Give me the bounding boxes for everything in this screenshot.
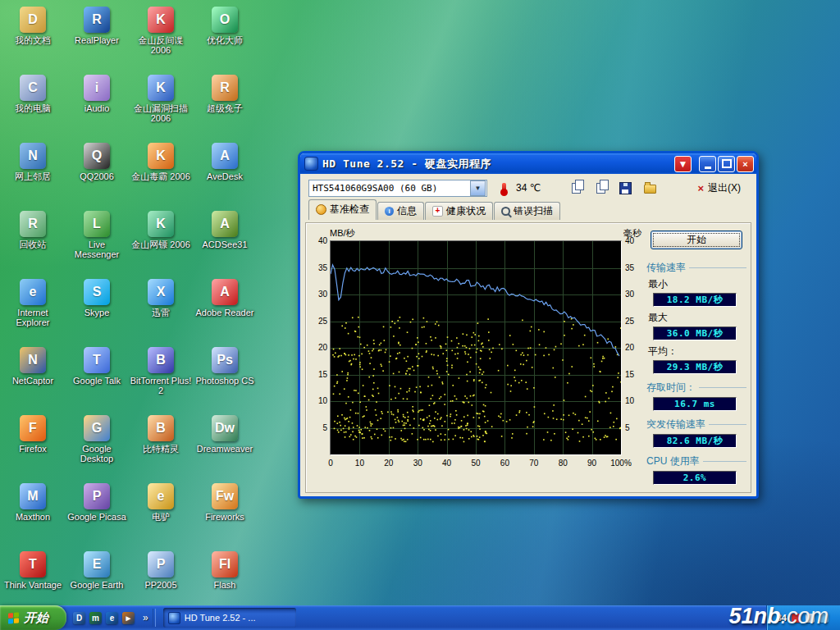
quick-launch-expand-chevron[interactable]: » [141,612,150,623]
desktop-icon-my-computer[interactable]: C我的电脑 [2,75,64,113]
y-tick-r-15: 15 [625,370,642,379]
burst-rate-header: 突发传输速率 [646,418,746,431]
desktop-icon-kingsoft-vulnscan-2006[interactable]: K金山漏洞扫描 2006 [130,75,192,123]
desktop-icon-bitspirit[interactable]: B比特精灵 [130,415,192,454]
desktop-icon-acdsee31[interactable]: AACDSee31 [194,211,256,249]
desktop-icon-iaudio[interactable]: iiAudio [66,75,128,113]
desktop-icon-my-documents[interactable]: D我的文档 [2,7,64,45]
max-label: 最大 [648,311,746,325]
avg-value: 29.3 MB/秒 [653,360,737,374]
desktop-icon-label: 回收站 [20,240,47,249]
desktop-icon-skype[interactable]: SSkype [66,279,128,317]
desktop-icon-google-desktop[interactable]: GGoogle Desktop [66,415,128,463]
taskbar-button-hdtune[interactable]: HD Tune 2.52 - ... [163,608,296,628]
firefox-icon: F [20,415,46,441]
quicklaunch-messenger-icon[interactable]: m [89,612,102,624]
x-tick-0: 0 [328,459,333,468]
exit-button[interactable]: × 退出(X) [690,179,748,198]
tray-kingsoft-antivirus-icon[interactable] [792,614,801,623]
quicklaunch-internet-explorer-icon[interactable]: e [106,612,118,624]
desktop-icon-live-messenger[interactable]: LLive Messenger [66,211,128,259]
save-screenshot-button[interactable] [616,180,634,196]
open-folder-button[interactable] [641,180,659,196]
y-axis-left-label: MB/秒 [330,227,355,240]
desktop-icon-label: 我的电脑 [15,103,51,113]
tab-health[interactable]: +健康状况 [425,202,493,220]
desktop-icon-network-places[interactable]: N网上邻居 [2,143,64,181]
desktop-icon-qq2006[interactable]: QQQ2006 [66,143,128,181]
desktop-icon-label: Adobe Reader [196,308,254,317]
capture-arrow-button[interactable]: ▼ [674,156,692,172]
desktop-icon-bittorrent-plus-2[interactable]: BBitTorrent Plus! 2 [130,347,192,395]
desktop-icon-label: 迅雷 [152,308,170,317]
x-tick-100%: 100% [610,459,632,468]
desktop-icon-maxthon[interactable]: MMaxthon [2,483,64,522]
y-tick-r-35: 35 [625,263,642,272]
quicklaunch-show-desktop-icon[interactable]: D [73,612,85,624]
quicklaunch-media-player-icon[interactable]: ► [122,612,135,624]
tab-label: 错误扫描 [514,204,553,218]
desktop-icon-flash[interactable]: FlFlash [194,551,256,590]
dreamweaver-icon: Dw [212,415,238,441]
desktop-icon-kingsoft-netshield-2006[interactable]: K金山网镖 2006 [130,211,192,249]
y-tick-r-20: 20 [625,343,642,352]
bittorrent-plus-2-icon: B [148,347,174,373]
copy-text-button[interactable] [567,180,585,196]
drive-select-value: HTS541060G9SA00 (60 GB) [309,183,469,194]
desktop-icon-think-vantage[interactable]: TThink Vantage [2,551,64,590]
temperature-value: 34 ℃ [516,182,541,194]
desktop-icon-dreamweaver[interactable]: DwDreamweaver [194,415,256,454]
tray-network-icon[interactable] [819,614,829,623]
y-tick-l-15: 15 [310,370,327,379]
desktop-icon-realplayer[interactable]: RRealPlayer [66,7,128,45]
desktop-icon-kingsoft-antispy-2006[interactable]: K金山反间谍 2006 [130,7,192,55]
desktop-icon-kingsoft-duba-2006[interactable]: K金山毒霸 2006 [130,143,192,181]
start-button[interactable]: 开始 [0,605,66,630]
copy-text-icon [572,183,581,194]
desktop-icon-youhua-dashi[interactable]: O优化大师 [194,7,256,45]
desktop-icon-pp2005[interactable]: PPP2005 [130,551,192,590]
desktop-icon-label: 我的文档 [15,35,51,45]
desktop-icon-label: Google Picasa [67,512,126,522]
taskbar-separator [153,609,156,627]
desktop-icon-label: 电驴 [152,512,170,522]
tab-label: 基准检查 [330,203,369,217]
desktop-icon-xunlei[interactable]: X迅雷 [130,279,192,317]
start-benchmark-button[interactable]: 开始 [651,231,742,249]
desktop-icon-fireworks[interactable]: FwFireworks [194,483,256,522]
desktop-icon-adobe-reader[interactable]: AAdobe Reader [194,279,256,317]
desktop-icon-label: Dreamweaver [197,444,253,454]
desktop-icon-label: 金山反间谍 2006 [130,35,192,55]
copy-screenshot-button[interactable] [591,180,609,196]
desktop-icon-google-earth[interactable]: EGoogle Earth [66,551,128,590]
maximize-button[interactable] [718,156,735,172]
desktop-icon-label: BitTorrent Plus! 2 [130,376,192,395]
y-tick-l-10: 10 [310,396,327,405]
tray-volume-icon[interactable] [806,614,815,623]
xunlei-icon: X [148,279,174,305]
desktop-icon-label: Maxthon [16,512,50,522]
qq2006-icon: Q [84,143,110,169]
desktop-icon-recycle-bin[interactable]: R回收站 [2,211,64,249]
x-tick-70: 70 [529,459,538,468]
desktop-icon-netcaptor[interactable]: NNetCaptor [2,347,64,386]
desktop-icon-emule[interactable]: e电驴 [130,483,192,522]
tab-info[interactable]: i信息 [377,202,424,220]
windows-logo-icon [8,612,19,623]
minimize-button[interactable] [699,156,716,172]
tab-error-scan[interactable]: 错误扫描 [494,202,560,220]
tab-benchmark[interactable]: 基准检查 [308,199,377,220]
drive-select[interactable]: HTS541060G9SA00 (60 GB) ▼ [308,180,487,197]
desktop-icon-google-picasa[interactable]: PGoogle Picasa [66,483,128,522]
desktop-icon-internet-explorer[interactable]: eInternet Explorer [2,279,64,327]
tab-label: 信息 [397,204,417,218]
desktop-icon-photoshop-cs[interactable]: PsPhotoshop CS [194,347,256,386]
desktop-icon-avedesk[interactable]: AAveDesk [194,143,256,181]
window-titlebar[interactable]: HD Tune 2.52 - 硬盘实用程序 ▼ × [300,153,756,174]
close-button[interactable]: × [737,156,754,172]
desktop-icon-super-rabbit[interactable]: R超级兔子 [194,75,256,113]
desktop-icon-label: iAudio [84,103,110,113]
desktop-icon-google-talk[interactable]: TGoogle Talk [66,347,128,386]
x-tick-90: 90 [587,459,596,468]
desktop-icon-firefox[interactable]: FFirefox [2,415,64,454]
